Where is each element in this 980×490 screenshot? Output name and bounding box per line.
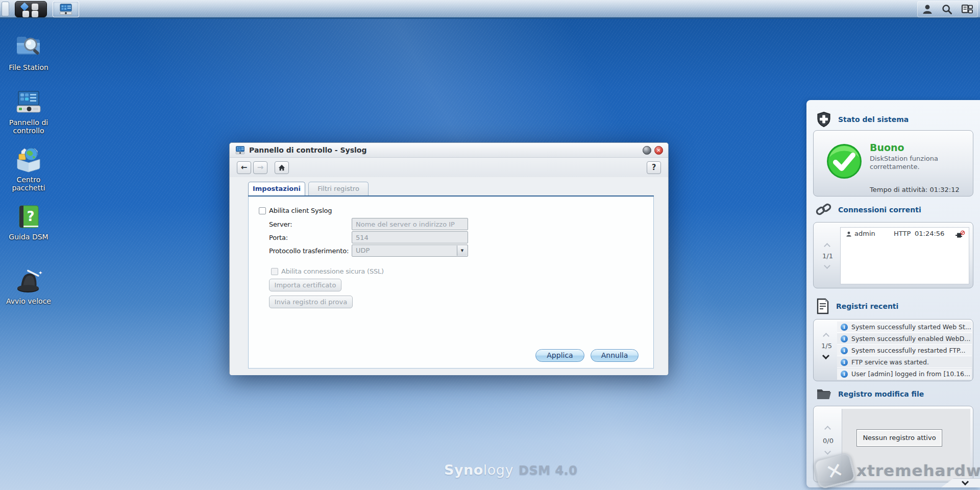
window-control-panel-icon [235,145,245,155]
window-content: Impostazioni Filtri registro Abilita cli… [230,177,668,375]
control-panel-syslog-window: Pannello di controllo - Syslog ✕ ← → ? I… [229,142,669,375]
log-text: System successfully enabled WebD... [851,333,970,345]
home-button[interactable] [275,161,289,174]
log-row[interactable]: i FTP service was started. [837,357,972,368]
log-row[interactable]: i System successfully restarted FTP... [837,345,972,356]
file-station-icon [14,33,43,60]
file-log-panel: 0/0 Nessun registro attivo [813,406,973,482]
page-up-icon[interactable] [824,426,831,432]
page-down-icon[interactable] [824,262,830,269]
show-desktop-button[interactable] [2,2,9,16]
ssl-checkbox [271,268,278,275]
log-row[interactable]: i System successfully enabled WebD... [837,333,972,345]
protocol-label: Protocollo trasferimento: [269,247,349,255]
log-text: User [admin] logged in from [10.16... [851,369,970,380]
file-log-pager: 0/0 [823,437,834,445]
log-text: System successfully started Web St... [851,322,971,333]
uptime-text: Tempo di attività: 01:32:12 [870,186,960,193]
port-input [352,231,468,243]
control-panel-icon [14,90,43,115]
window-title: Pannello di controllo - Syslog [249,146,366,154]
ssl-label: Abilita connessione sicura (SSL) [281,267,384,275]
svg-text:✦: ✦ [38,270,42,276]
shield-icon [816,111,832,128]
send-test-log-button: Invia registro di prova [269,296,353,308]
system-health-widget: Stato del sistema Buono DiskStation funz… [806,100,980,487]
protocol-select: UDP ▾ [352,244,468,257]
connections-panel: 1/1 admin HTTP 01:24:56 [813,222,973,288]
window-toolbar: ← → ? [230,158,668,177]
main-menu-button[interactable] [15,1,47,17]
taskbar-item-control-panel[interactable] [53,1,79,17]
info-icon: i [841,359,848,366]
tab-filtri-registro[interactable]: Filtri registro [308,182,369,195]
info-icon: i [841,371,848,378]
user-icon[interactable] [922,4,933,15]
package-center-icon [14,146,43,173]
page-down-icon[interactable] [824,448,831,455]
connections-list: admin HTTP 01:24:56 [840,227,969,284]
server-label: Server: [269,220,292,228]
desktop-icon-dsm-help[interactable]: ? Guida DSM [2,204,55,241]
window-titlebar[interactable]: Pannello di controllo - Syslog ✕ [230,143,668,158]
info-icon: i [841,324,848,331]
close-button[interactable]: ✕ [654,146,663,155]
page-down-icon[interactable] [822,352,829,359]
file-log-list: Nessun registro attivo [842,409,970,480]
quick-start-icon: ✦ [14,268,43,294]
system-status-panel: Buono DiskStation funziona correttamente… [813,130,973,197]
pilot-view-icon[interactable] [961,4,973,15]
desktop-icon-quick-start[interactable]: ✦ Avvio veloce [2,268,55,305]
main-menu-square-icon [32,11,38,17]
desktop-icon-label: Avvio veloce [6,297,51,305]
disconnect-icon[interactable] [955,230,965,238]
page-up-icon[interactable] [824,243,830,250]
logo-product: DSM 4.0 [519,463,577,478]
cancel-button[interactable]: Annulla [591,349,639,362]
import-certificate-button: Importa certificato [269,279,341,291]
apply-button[interactable]: Applica [535,349,584,362]
section-title: Registri recenti [836,302,898,310]
protocol-select-value: UDP [356,247,370,254]
taskbar [0,0,980,19]
tab-impostazioni[interactable]: Impostazioni [248,182,305,195]
main-menu-square-icon [32,4,38,10]
connection-row[interactable]: admin HTTP 01:24:56 [841,228,969,240]
user-icon [846,231,852,237]
search-icon[interactable] [941,4,952,15]
status-description: DiskStation funziona correttamente. [870,155,959,172]
connections-pager: 1/1 [822,252,833,260]
tab-panel: Impostazioni Filtri registro Abilita cli… [248,182,654,369]
desktop-icon-package-center[interactable]: Centro pacchetti [2,146,55,192]
page-up-icon[interactable] [823,333,829,339]
info-icon: i [841,335,848,342]
connection-protocol: HTTP [894,228,911,240]
section-title: Stato del sistema [838,115,909,124]
file-log-empty-message: Nessun registro attivo [856,429,942,447]
desktop-icon-control-panel[interactable]: Pannello di controllo [2,90,55,135]
help-button[interactable]: ? [647,161,661,174]
server-input [352,218,468,230]
status-value: Buono [870,142,959,153]
log-row[interactable]: i System successfully started Web St... [837,322,972,333]
desktop-icon-file-station[interactable]: File Station [2,33,55,71]
minimize-button[interactable] [643,146,651,155]
enable-syslog-label: Abilita client Syslog [269,207,332,214]
syslog-form: Abilita client Syslog Server: Porta: Pro… [248,197,654,369]
connections-header: Connessioni correnti [816,202,921,217]
dsm-help-icon: ? [15,204,42,230]
enable-syslog-checkbox[interactable] [259,207,266,214]
taskbar-tray [917,1,978,17]
home-icon [278,164,285,171]
log-text: System successfully restarted FTP... [851,345,966,356]
taskbar-texture [0,0,980,17]
chain-link-icon [816,202,832,217]
dsm-logo: SynologyDSM 4.0 [444,462,577,478]
forward-button[interactable]: → [253,161,267,174]
logs-pager: 1/5 [821,342,832,350]
logo-brand-bold: Syno [444,462,483,478]
main-menu-diamond-icon [20,3,29,11]
back-button[interactable]: ← [237,161,251,174]
control-panel-icon [59,3,72,15]
log-row[interactable]: i User [admin] logged in from [10.16... [837,369,972,380]
